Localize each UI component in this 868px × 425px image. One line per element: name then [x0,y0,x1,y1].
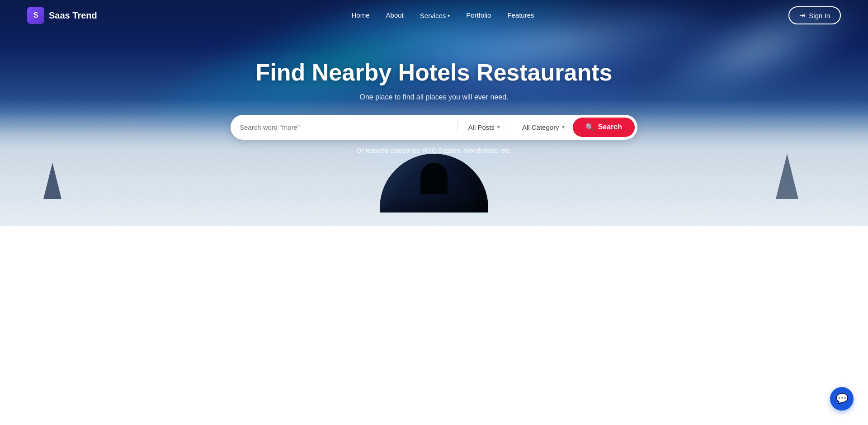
posts-dropdown-label: All Posts [468,123,495,131]
category-dropdown-arrow: ▾ [562,124,565,130]
nav-link-home[interactable]: Home [352,11,370,19]
tree-right [776,154,798,199]
sign-in-icon: ⇥ [799,11,805,19]
hero-title: Find Nearby Hotels Restaurants [231,58,637,86]
search-button-label: Search [598,123,622,131]
category-dropdown-label: All Category [522,123,559,131]
brand-logo-letter: S [33,11,38,19]
posts-dropdown-arrow: ▾ [497,124,500,130]
below-hero-section [0,226,868,425]
nav-item-features[interactable]: Features [507,11,534,19]
search-input[interactable] [240,121,452,134]
hero-section: Find Nearby Hotels Restaurants One place… [0,0,868,226]
search-button[interactable]: 🔍 Search [573,118,635,137]
posts-dropdown[interactable]: All Posts ▾ [463,121,505,134]
brand-logo: S [27,7,44,24]
nav-link-features[interactable]: Features [507,11,534,19]
nav-link-about[interactable]: About [386,11,404,19]
search-divider-1 [457,120,458,134]
brand-name: Saas Trend [49,10,97,21]
nav-item-home[interactable]: Home [352,11,370,19]
igloo-container [380,154,488,212]
search-icon: 🔍 [585,123,594,132]
nav-item-about[interactable]: About [386,11,404,19]
chat-icon: 💬 [836,393,848,405]
nav-links: Home About Services ▾ Portfolio Features [352,11,534,19]
sign-in-label: Sign In [809,12,830,19]
brand-logo-link[interactable]: S Saas Trend [27,7,97,24]
search-bar: All Posts ▾ All Category ▾ 🔍 Search [231,115,637,140]
hero-subtitle: One place to find all places you will ev… [231,93,637,101]
hero-content: Find Nearby Hotels Restaurants One place… [222,58,646,154]
featured-categories-text: Or featured categories: NYC Sizzlers, Wo… [231,147,637,154]
navbar: S Saas Trend Home About Services ▾ Portf… [0,0,868,31]
services-dropdown-arrow: ▾ [448,13,450,18]
sign-in-button[interactable]: ⇥ Sign In [788,6,841,24]
nav-link-services[interactable]: Services ▾ [420,12,450,19]
search-divider-2 [511,120,511,134]
category-dropdown[interactable]: All Category ▾ [517,121,570,134]
nav-item-services[interactable]: Services ▾ [420,12,450,19]
tree-left [43,163,61,199]
nav-link-portfolio[interactable]: Portfolio [466,11,491,19]
chat-button[interactable]: 💬 [830,387,854,411]
nav-item-portfolio[interactable]: Portfolio [466,11,491,19]
